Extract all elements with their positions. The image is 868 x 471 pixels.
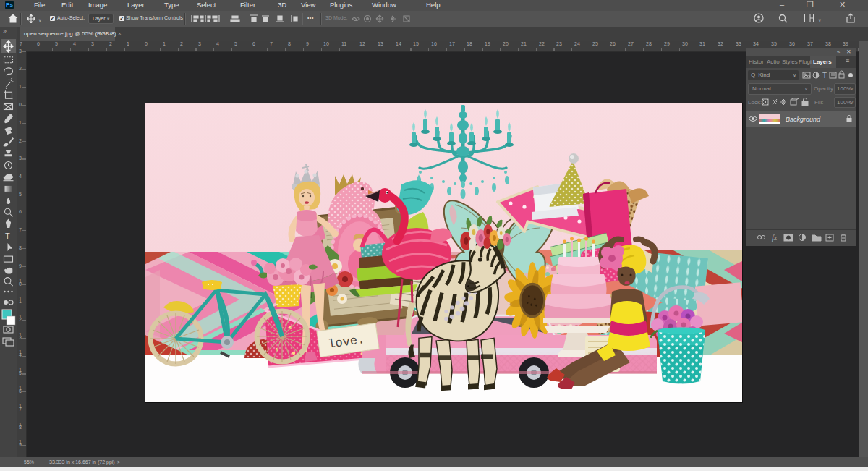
svg-text:T: T (5, 232, 10, 240)
svg-text:fx: fx (772, 234, 778, 242)
svg-text:T: T (822, 72, 827, 80)
svg-text:»: » (3, 27, 7, 35)
